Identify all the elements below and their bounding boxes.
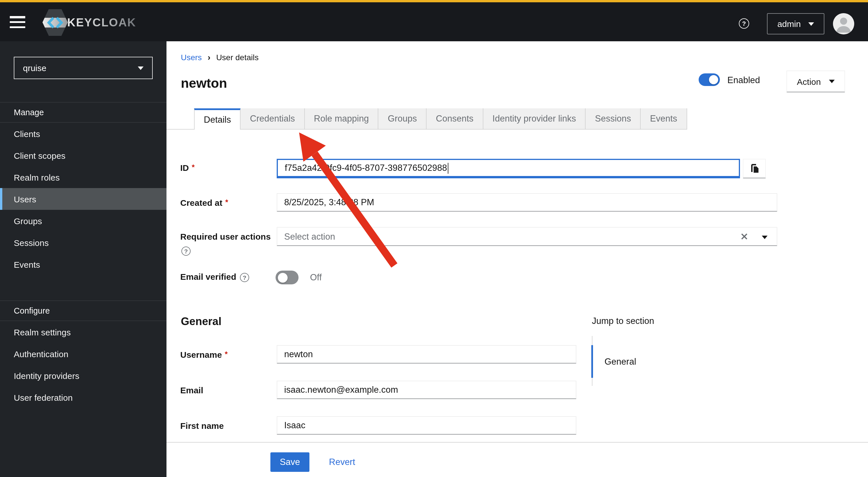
sidebar-item-authentication[interactable]: Authentication xyxy=(0,343,166,365)
chevron-down-icon xyxy=(808,22,814,26)
sidebar-item-client-scopes[interactable]: Client scopes xyxy=(0,144,166,166)
realm-selector[interactable]: qruise xyxy=(14,57,153,79)
user-menu-dropdown[interactable]: admin xyxy=(767,13,825,34)
username-field[interactable]: newton xyxy=(277,345,577,364)
breadcrumb: Users › User details xyxy=(181,53,259,62)
created-at-label: Created at* xyxy=(180,198,228,208)
keycloak-logo-chevrons-icon xyxy=(42,9,68,36)
enabled-label: Enabled xyxy=(727,75,760,86)
main-content: Users › User details newton Enabled Acti… xyxy=(166,41,868,477)
first-name-field[interactable]: Isaac xyxy=(277,416,577,435)
email-verified-toggle[interactable] xyxy=(276,271,299,284)
chevron-down-icon xyxy=(829,80,835,83)
sidebar-item-events[interactable]: Events xyxy=(0,253,166,275)
tab-role-mapping[interactable]: Role mapping xyxy=(305,108,379,130)
general-section-heading: General xyxy=(181,315,222,328)
sidebar-item-sessions[interactable]: Sessions xyxy=(0,232,166,253)
save-button[interactable]: Save xyxy=(270,452,309,472)
required-user-actions-select[interactable]: Select action xyxy=(277,227,777,246)
tab-identity-provider-links[interactable]: Identity provider links xyxy=(484,108,586,130)
sidebar-item-user-federation[interactable]: User federation xyxy=(0,386,166,408)
sidebar-item-groups[interactable]: Groups xyxy=(0,210,166,232)
tab-consents[interactable]: Consents xyxy=(427,108,484,130)
id-field[interactable]: f75a2a42-9fc9-4f05-8707-398776502988 xyxy=(277,159,740,178)
select-placeholder: Select action xyxy=(284,231,335,242)
id-label: ID* xyxy=(180,163,195,173)
help-icon[interactable]: ? xyxy=(739,18,749,29)
username-label: Username* xyxy=(180,350,228,360)
email-field[interactable]: isaac.newton@example.com xyxy=(277,381,577,399)
question-circle-icon[interactable]: ? xyxy=(181,246,191,256)
created-at-field[interactable]: 8/25/2025, 3:48:28 PM xyxy=(277,193,777,211)
realm-selector-value: qruise xyxy=(23,63,46,73)
jump-to-section-heading: Jump to section xyxy=(592,316,654,326)
tab-groups[interactable]: Groups xyxy=(379,108,427,130)
clear-selection-icon[interactable] xyxy=(741,233,748,240)
nav-section-configure: Configure xyxy=(0,300,166,321)
email-verified-label: Email verified xyxy=(180,272,236,281)
avatar-person-icon xyxy=(833,13,854,34)
sidebar-item-clients[interactable]: Clients xyxy=(0,123,166,144)
tab-credentials[interactable]: Credentials xyxy=(241,108,305,130)
masthead: KEYCLOAK ? admin xyxy=(0,0,868,41)
first-name-label: First name xyxy=(180,421,224,431)
required-user-actions-label: Required user actions xyxy=(180,232,271,241)
tab-events[interactable]: Events xyxy=(641,108,687,130)
sidebar-item-realm-roles[interactable]: Realm roles xyxy=(0,166,166,188)
breadcrumb-users-link[interactable]: Users xyxy=(181,53,202,62)
user-menu-label: admin xyxy=(777,19,801,29)
avatar[interactable] xyxy=(833,13,854,34)
tab-bar: Details Credentials Role mapping Groups … xyxy=(166,108,687,130)
page-title: newton xyxy=(181,76,227,91)
keycloak-logo: KEYCLOAK xyxy=(42,9,136,36)
jump-item-general[interactable]: General xyxy=(604,356,636,367)
copy-icon xyxy=(749,163,759,174)
jump-section-active-indicator xyxy=(591,345,593,378)
enabled-toggle[interactable] xyxy=(699,73,720,86)
action-dropdown-label: Action xyxy=(797,76,820,86)
breadcrumb-current: User details xyxy=(216,53,259,62)
sidebar-item-users[interactable]: Users xyxy=(0,188,166,210)
nav-section-manage: Manage xyxy=(0,102,166,123)
keycloak-logo-hexagon-icon xyxy=(42,9,68,36)
sidebar-item-identity-providers[interactable]: Identity providers xyxy=(0,365,166,386)
breadcrumb-separator-icon: › xyxy=(208,53,210,61)
email-label: Email xyxy=(180,385,203,395)
text-cursor xyxy=(447,163,448,173)
sidebar-item-realm-settings[interactable]: Realm settings xyxy=(0,321,166,343)
tab-details[interactable]: Details xyxy=(194,108,241,130)
keycloak-admin-console: KEYCLOAK ? admin qruise Manage Clients C… xyxy=(0,0,868,477)
footer-divider xyxy=(166,442,868,443)
sidebar: qruise Manage Clients Client scopes Real… xyxy=(0,41,166,477)
chevron-down-icon[interactable] xyxy=(762,236,768,239)
keycloak-wordmark: KEYCLOAK xyxy=(67,16,136,29)
tab-sessions[interactable]: Sessions xyxy=(586,108,641,130)
chevron-down-icon xyxy=(138,66,144,70)
hamburger-menu-icon[interactable] xyxy=(10,16,25,28)
email-verified-state: Off xyxy=(310,272,322,283)
copy-button[interactable] xyxy=(743,159,766,178)
action-dropdown[interactable]: Action xyxy=(786,70,845,92)
revert-button[interactable]: Revert xyxy=(329,457,355,467)
question-circle-icon[interactable]: ? xyxy=(240,273,249,282)
tab-bar-spacer xyxy=(166,108,194,130)
